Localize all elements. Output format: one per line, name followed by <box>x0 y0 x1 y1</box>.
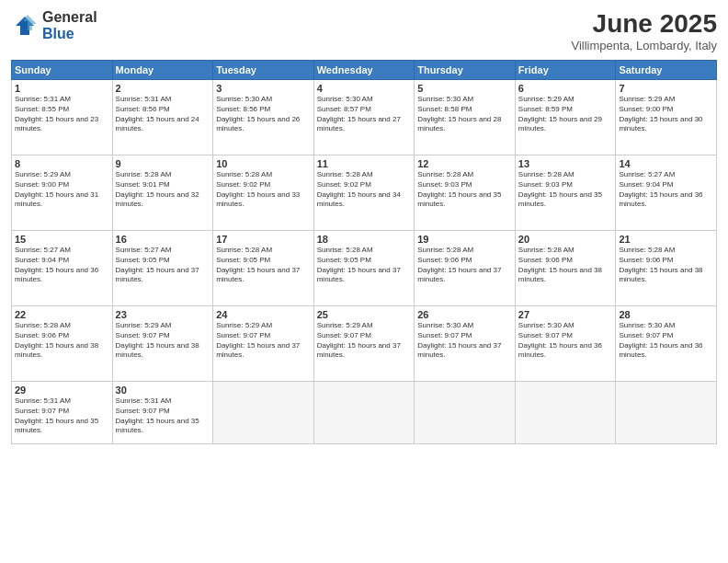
calendar-cell: 13Sunrise: 5:28 AMSunset: 9:03 PMDayligh… <box>515 155 616 231</box>
calendar-cell <box>415 382 516 444</box>
day-info: Sunrise: 5:30 AMSunset: 9:07 PMDaylight:… <box>518 321 613 361</box>
calendar-week-3: 15Sunrise: 5:27 AMSunset: 9:04 PMDayligh… <box>12 231 717 306</box>
calendar-cell: 8Sunrise: 5:29 AMSunset: 9:00 PMDaylight… <box>12 155 113 231</box>
day-number: 24 <box>216 309 311 320</box>
calendar-cell: 19Sunrise: 5:28 AMSunset: 9:06 PMDayligh… <box>415 231 516 306</box>
day-info: Sunrise: 5:27 AMSunset: 9:04 PMDaylight:… <box>619 170 713 210</box>
calendar-cell: 14Sunrise: 5:27 AMSunset: 9:04 PMDayligh… <box>616 155 717 231</box>
day-number: 20 <box>518 234 613 245</box>
calendar-cell: 6Sunrise: 5:29 AMSunset: 8:59 PMDaylight… <box>515 80 616 155</box>
day-number: 19 <box>417 234 512 245</box>
calendar-cell <box>515 382 616 444</box>
calendar-week-2: 8Sunrise: 5:29 AMSunset: 9:00 PMDaylight… <box>12 155 717 231</box>
calendar-cell: 23Sunrise: 5:29 AMSunset: 9:07 PMDayligh… <box>112 306 213 382</box>
day-number: 27 <box>518 309 613 320</box>
day-number: 10 <box>216 158 311 169</box>
day-info: Sunrise: 5:27 AMSunset: 9:05 PMDaylight:… <box>116 246 210 285</box>
day-info: Sunrise: 5:29 AMSunset: 9:07 PMDaylight:… <box>216 321 311 361</box>
weekday-row: Sunday Monday Tuesday Wednesday Thursday… <box>12 61 717 80</box>
day-info: Sunrise: 5:28 AMSunset: 9:06 PMDaylight:… <box>417 246 512 285</box>
day-info: Sunrise: 5:29 AMSunset: 9:07 PMDaylight:… <box>116 321 210 361</box>
day-info: Sunrise: 5:31 AMSunset: 8:56 PMDaylight:… <box>116 95 210 134</box>
calendar-cell: 18Sunrise: 5:28 AMSunset: 9:05 PMDayligh… <box>313 231 415 306</box>
day-info: Sunrise: 5:29 AMSunset: 9:07 PMDaylight:… <box>317 321 412 361</box>
calendar-cell: 1Sunrise: 5:31 AMSunset: 8:55 PMDaylight… <box>12 80 113 155</box>
day-info: Sunrise: 5:28 AMSunset: 9:01 PMDaylight:… <box>116 170 210 210</box>
calendar-cell: 10Sunrise: 5:28 AMSunset: 9:02 PMDayligh… <box>213 155 314 231</box>
day-number: 5 <box>417 83 512 94</box>
day-number: 22 <box>15 309 109 320</box>
day-info: Sunrise: 5:28 AMSunset: 9:02 PMDaylight:… <box>317 170 412 210</box>
col-tuesday: Tuesday <box>213 61 314 80</box>
calendar-week-1: 1Sunrise: 5:31 AMSunset: 8:55 PMDaylight… <box>12 80 717 155</box>
day-number: 13 <box>518 158 613 169</box>
col-sunday: Sunday <box>12 61 113 80</box>
col-wednesday: Wednesday <box>313 61 415 80</box>
calendar-cell: 9Sunrise: 5:28 AMSunset: 9:01 PMDaylight… <box>112 155 213 231</box>
col-friday: Friday <box>515 61 616 80</box>
calendar-cell: 20Sunrise: 5:28 AMSunset: 9:06 PMDayligh… <box>515 231 616 306</box>
day-number: 16 <box>116 234 210 245</box>
calendar-week-5: 29Sunrise: 5:31 AMSunset: 9:07 PMDayligh… <box>12 382 717 444</box>
day-number: 4 <box>317 83 412 94</box>
calendar-cell: 3Sunrise: 5:30 AMSunset: 8:56 PMDaylight… <box>213 80 314 155</box>
day-info: Sunrise: 5:31 AMSunset: 9:07 PMDaylight:… <box>15 396 109 436</box>
logo-icon <box>11 12 39 40</box>
day-info: Sunrise: 5:31 AMSunset: 9:07 PMDaylight:… <box>116 396 210 436</box>
day-info: Sunrise: 5:30 AMSunset: 8:56 PMDaylight:… <box>216 95 311 134</box>
day-info: Sunrise: 5:30 AMSunset: 9:07 PMDaylight:… <box>619 321 713 361</box>
day-info: Sunrise: 5:30 AMSunset: 9:07 PMDaylight:… <box>417 321 512 361</box>
day-info: Sunrise: 5:29 AMSunset: 9:00 PMDaylight:… <box>15 170 109 210</box>
calendar-cell: 12Sunrise: 5:28 AMSunset: 9:03 PMDayligh… <box>415 155 516 231</box>
calendar-cell <box>213 382 314 444</box>
day-info: Sunrise: 5:28 AMSunset: 9:03 PMDaylight:… <box>518 170 613 210</box>
col-thursday: Thursday <box>415 61 516 80</box>
day-info: Sunrise: 5:28 AMSunset: 9:05 PMDaylight:… <box>317 246 412 285</box>
logo-text: General Blue <box>42 9 97 41</box>
calendar: Sunday Monday Tuesday Wednesday Thursday… <box>11 60 717 444</box>
day-info: Sunrise: 5:30 AMSunset: 8:57 PMDaylight:… <box>317 95 412 134</box>
day-number: 6 <box>518 83 613 94</box>
calendar-cell: 15Sunrise: 5:27 AMSunset: 9:04 PMDayligh… <box>12 231 113 306</box>
calendar-cell: 28Sunrise: 5:30 AMSunset: 9:07 PMDayligh… <box>616 306 717 382</box>
calendar-cell: 25Sunrise: 5:29 AMSunset: 9:07 PMDayligh… <box>313 306 415 382</box>
day-info: Sunrise: 5:28 AMSunset: 9:06 PMDaylight:… <box>15 321 109 361</box>
day-number: 7 <box>619 83 713 94</box>
day-info: Sunrise: 5:28 AMSunset: 9:06 PMDaylight:… <box>619 246 713 285</box>
calendar-cell: 26Sunrise: 5:30 AMSunset: 9:07 PMDayligh… <box>415 306 516 382</box>
month-title: June 2025 <box>572 9 717 39</box>
day-number: 14 <box>619 158 713 169</box>
calendar-cell: 7Sunrise: 5:29 AMSunset: 9:00 PMDaylight… <box>616 80 717 155</box>
day-number: 17 <box>216 234 311 245</box>
day-info: Sunrise: 5:31 AMSunset: 8:55 PMDaylight:… <box>15 95 109 134</box>
day-info: Sunrise: 5:28 AMSunset: 9:06 PMDaylight:… <box>518 246 613 285</box>
day-info: Sunrise: 5:28 AMSunset: 9:05 PMDaylight:… <box>216 246 311 285</box>
day-number: 11 <box>317 158 412 169</box>
day-info: Sunrise: 5:29 AMSunset: 8:59 PMDaylight:… <box>518 95 613 134</box>
day-number: 12 <box>417 158 512 169</box>
calendar-cell: 27Sunrise: 5:30 AMSunset: 9:07 PMDayligh… <box>515 306 616 382</box>
col-monday: Monday <box>112 61 213 80</box>
day-info: Sunrise: 5:29 AMSunset: 9:00 PMDaylight:… <box>619 95 713 134</box>
calendar-cell <box>313 382 415 444</box>
day-number: 30 <box>116 385 210 396</box>
day-number: 18 <box>317 234 412 245</box>
calendar-cell: 22Sunrise: 5:28 AMSunset: 9:06 PMDayligh… <box>12 306 113 382</box>
day-number: 2 <box>116 83 210 94</box>
day-number: 3 <box>216 83 311 94</box>
calendar-cell: 30Sunrise: 5:31 AMSunset: 9:07 PMDayligh… <box>112 382 213 444</box>
day-number: 26 <box>417 309 512 320</box>
calendar-cell: 16Sunrise: 5:27 AMSunset: 9:05 PMDayligh… <box>112 231 213 306</box>
day-number: 28 <box>619 309 713 320</box>
day-number: 1 <box>15 83 109 94</box>
day-info: Sunrise: 5:28 AMSunset: 9:03 PMDaylight:… <box>417 170 512 210</box>
calendar-week-4: 22Sunrise: 5:28 AMSunset: 9:06 PMDayligh… <box>12 306 717 382</box>
day-info: Sunrise: 5:28 AMSunset: 9:02 PMDaylight:… <box>216 170 311 210</box>
calendar-cell <box>616 382 717 444</box>
calendar-cell: 2Sunrise: 5:31 AMSunset: 8:56 PMDaylight… <box>112 80 213 155</box>
title-section: June 2025 Villimpenta, Lombardy, Italy <box>572 9 717 52</box>
calendar-cell: 4Sunrise: 5:30 AMSunset: 8:57 PMDaylight… <box>313 80 415 155</box>
calendar-body: 1Sunrise: 5:31 AMSunset: 8:55 PMDaylight… <box>12 80 717 444</box>
logo: General Blue <box>11 9 97 41</box>
day-number: 21 <box>619 234 713 245</box>
